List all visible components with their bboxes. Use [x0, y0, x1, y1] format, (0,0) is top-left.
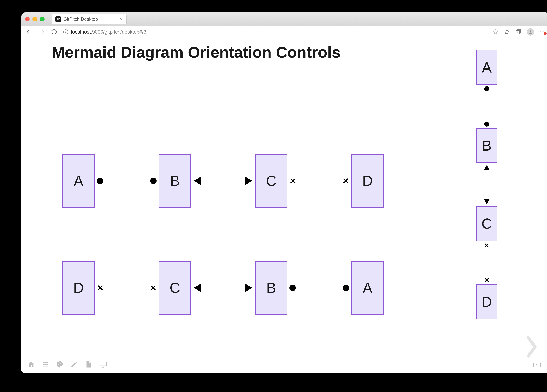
svg-point-9	[59, 362, 60, 363]
arrow-right-marker-icon	[246, 177, 252, 185]
cross-marker-icon	[150, 285, 156, 291]
svg-point-3	[542, 31, 543, 32]
lr-node-c: C	[255, 154, 287, 208]
dot-marker-icon	[343, 285, 349, 291]
arrow-right-marker-icon	[246, 284, 252, 292]
star-outline-icon[interactable]	[492, 29, 499, 35]
svg-point-2	[540, 31, 541, 32]
rl-edge-ba	[287, 288, 351, 288]
toolbar-icons: !	[492, 28, 545, 36]
url-bar: i localhost:9000/gitpitch/desktop#/3 !	[21, 26, 547, 38]
svg-point-10	[60, 363, 61, 364]
nav-back-button[interactable]	[26, 29, 33, 35]
url-text: localhost:9000/gitpitch/desktop#/3	[71, 29, 146, 35]
slide-title: Mermaid Diagram Orientation Controls	[52, 43, 340, 61]
svg-rect-11	[100, 362, 106, 366]
tab-title: GitPitch Desktop	[63, 16, 117, 22]
tb-node-b: B	[476, 128, 497, 163]
arrow-left-marker-icon	[194, 177, 200, 185]
window-minimize-button[interactable]	[33, 17, 37, 21]
menu-icon[interactable]	[42, 361, 49, 368]
collections-icon[interactable]	[515, 29, 521, 35]
favorites-icon[interactable]	[504, 29, 510, 35]
nav-refresh-button[interactable]	[51, 29, 57, 35]
dot-marker-icon	[97, 178, 103, 184]
cross-marker-icon	[484, 277, 489, 283]
tab-close-button[interactable]: ×	[120, 16, 123, 22]
dot-marker-icon	[484, 122, 489, 127]
next-slide-button[interactable]	[525, 335, 539, 358]
arrow-down-marker-icon	[484, 199, 490, 204]
new-tab-button[interactable]: +	[130, 15, 134, 23]
arrow-up-marker-icon	[484, 165, 490, 170]
svg-rect-7	[43, 366, 48, 366]
pdf-icon[interactable]	[85, 361, 92, 368]
dot-marker-icon	[484, 86, 489, 91]
lr-edge-ab	[95, 181, 159, 181]
dot-marker-icon	[150, 178, 157, 184]
lr-node-b: B	[159, 154, 191, 208]
browser-tab[interactable]: GP GitPitch Desktop ×	[52, 14, 127, 24]
cross-marker-icon	[290, 178, 296, 184]
rl-node-c: C	[159, 261, 191, 315]
more-menu-button[interactable]: !	[540, 29, 545, 35]
slide-counter: 4 / 4	[532, 362, 541, 368]
svg-rect-5	[43, 362, 48, 363]
svg-point-1	[530, 30, 531, 32]
cross-marker-icon	[342, 178, 349, 184]
window-close-button[interactable]	[25, 17, 30, 21]
window-maximize-button[interactable]	[40, 17, 45, 21]
slide-toolbar	[27, 361, 107, 368]
cross-marker-icon	[97, 285, 103, 291]
rl-node-d: D	[62, 261, 95, 315]
rl-node-b: B	[255, 261, 287, 315]
alert-badge-icon: !	[544, 32, 547, 35]
window-titlebar: GP GitPitch Desktop × +	[21, 13, 547, 26]
address-field[interactable]: i localhost:9000/gitpitch/desktop#/3	[63, 29, 486, 35]
presentation-icon[interactable]	[99, 361, 107, 368]
rl-node-a: A	[351, 261, 383, 315]
svg-point-4	[543, 31, 544, 32]
palette-icon[interactable]	[56, 361, 63, 368]
svg-rect-6	[43, 364, 48, 365]
cross-marker-icon	[484, 243, 489, 248]
tb-node-c: C	[476, 206, 497, 241]
browser-window: GP GitPitch Desktop × + i localhost:9000…	[21, 13, 547, 373]
tb-node-d: D	[476, 284, 497, 319]
dot-marker-icon	[289, 285, 296, 291]
nav-forward-button	[39, 29, 45, 35]
svg-point-8	[58, 364, 59, 365]
pencil-icon[interactable]	[70, 361, 78, 368]
tab-favicon: GP	[55, 16, 61, 22]
rl-edge-dc	[95, 288, 159, 288]
traffic-lights	[25, 17, 45, 21]
home-icon[interactable]	[27, 361, 35, 368]
profile-avatar-icon[interactable]	[527, 28, 534, 36]
lr-edge-cd	[287, 181, 351, 181]
tb-node-a: A	[476, 50, 497, 85]
site-info-icon[interactable]: i	[63, 29, 68, 34]
lr-node-a: A	[62, 154, 95, 208]
slide-canvas: Mermaid Diagram Orientation Controls A B…	[21, 38, 547, 373]
arrow-left-marker-icon	[194, 284, 200, 292]
lr-node-d: D	[351, 154, 383, 208]
